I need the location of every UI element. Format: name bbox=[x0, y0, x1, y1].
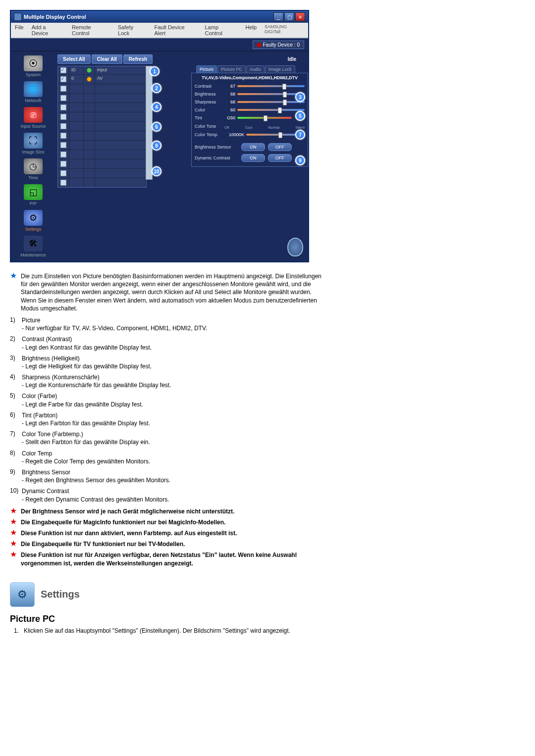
dynamic-contrast-on-button[interactable]: ON bbox=[241, 154, 265, 162]
sidebar-item-pip[interactable]: ◱PIP bbox=[11, 182, 55, 208]
table-row[interactable] bbox=[58, 112, 146, 121]
menu-add-device[interactable]: Add a Device bbox=[28, 23, 68, 38]
settings-heading: Settings bbox=[41, 589, 80, 600]
checkbox-icon[interactable] bbox=[60, 95, 66, 101]
table-row[interactable] bbox=[58, 93, 146, 102]
clear-all-button[interactable]: Clear All bbox=[92, 54, 122, 64]
table-row[interactable] bbox=[58, 121, 146, 131]
callout-3: 3 bbox=[295, 92, 305, 102]
doc-section: ★Die zum Einstellen von Picture benötigt… bbox=[10, 272, 327, 634]
colortemp-row: Color Temp10000K bbox=[195, 131, 305, 139]
table-row[interactable] bbox=[58, 150, 146, 159]
callout-1: 1 bbox=[150, 66, 160, 76]
checkbox-icon[interactable] bbox=[60, 104, 66, 110]
note-2: Die Eingabequelle für MagicInfo funktion… bbox=[21, 518, 327, 526]
sidebar-item-image-size[interactable]: ⛶Image Size bbox=[11, 131, 55, 156]
minimize-button[interactable]: _ bbox=[273, 12, 283, 21]
table-row[interactable] bbox=[58, 140, 146, 150]
tint-slider[interactable] bbox=[237, 117, 292, 119]
header-status bbox=[84, 66, 95, 74]
callout-5: 5 bbox=[295, 111, 305, 121]
checkbox-icon[interactable] bbox=[60, 123, 66, 129]
tab-image-lock[interactable]: Image Lock bbox=[265, 65, 295, 73]
table-row[interactable] bbox=[58, 168, 146, 178]
menubar: File Add a Device Remote Control Safety … bbox=[11, 23, 308, 38]
time-icon: ◷ bbox=[24, 158, 43, 174]
picture-pc-step-1: Klicken Sie auf das Hauptsymbol "Setting… bbox=[24, 627, 290, 634]
header-input: Input bbox=[95, 66, 146, 74]
contrast-row: Contrast67 bbox=[195, 82, 305, 90]
checkbox-icon[interactable] bbox=[60, 86, 66, 92]
dynamic-contrast-off-button[interactable]: OFF bbox=[268, 154, 292, 162]
refresh-button[interactable]: Refresh bbox=[123, 54, 153, 64]
note-3: Diese Funktion ist nur dann aktiviert, w… bbox=[21, 529, 327, 537]
checkbox-icon[interactable] bbox=[60, 142, 66, 148]
input-source-icon: ⎚ bbox=[24, 107, 43, 123]
brightness-sensor-on-button[interactable]: ON bbox=[241, 143, 265, 151]
header-check[interactable] bbox=[58, 66, 69, 74]
close-button[interactable]: ✕ bbox=[295, 12, 305, 21]
contrast-slider[interactable] bbox=[237, 85, 305, 87]
color-slider[interactable] bbox=[237, 109, 305, 111]
brand-label: SAMSUNG DIGITall bbox=[261, 23, 308, 38]
checkbox-icon[interactable] bbox=[60, 170, 66, 176]
note-1: Der Brightness Sensor wird je nach Gerät… bbox=[21, 507, 327, 515]
menu-lamp-control[interactable]: Lamp Control bbox=[201, 23, 242, 38]
callout-10: 10 bbox=[152, 166, 161, 176]
color-tone-track[interactable]: OffCoolNormalWarm bbox=[224, 123, 305, 129]
star-icon: ★ bbox=[10, 272, 17, 279]
callout-7: 7 bbox=[295, 130, 305, 140]
dynamic-contrast-row: Dynamic ContrastONOFF bbox=[195, 152, 305, 163]
checkbox-icon[interactable] bbox=[60, 133, 66, 139]
menu-safety-lock[interactable]: Safety Lock bbox=[114, 23, 150, 38]
faulty-device-box: Faulty Device : 0 bbox=[253, 41, 304, 49]
maximize-button[interactable]: ▢ bbox=[284, 12, 294, 21]
select-all-button[interactable]: Select All bbox=[57, 54, 91, 64]
checkbox-icon[interactable] bbox=[60, 151, 66, 157]
menu-help[interactable]: Help bbox=[241, 23, 261, 38]
tint-row: TintG50R50 bbox=[195, 114, 305, 122]
checkbox-icon[interactable] bbox=[60, 180, 66, 186]
maintenance-icon: 🛠 bbox=[24, 236, 43, 252]
brightness-sensor-off-button[interactable]: OFF bbox=[268, 143, 292, 151]
table-row[interactable]: 0 AV bbox=[58, 74, 146, 84]
sidebar-item-maintenance[interactable]: 🛠Maintenance bbox=[11, 234, 55, 259]
titlebar: Multiple Display Control _ ▢ ✕ bbox=[11, 11, 308, 23]
menu-remote-control[interactable]: Remote Control bbox=[68, 23, 114, 38]
callout-2: 2 bbox=[152, 83, 161, 93]
status-bar: Faulty Device : 0 bbox=[11, 38, 308, 51]
checkbox-icon[interactable] bbox=[60, 114, 66, 120]
table-scrollbar[interactable] bbox=[146, 66, 153, 180]
checkbox-icon[interactable] bbox=[60, 76, 66, 82]
checkbox-icon[interactable] bbox=[60, 161, 66, 167]
settings-section-icon: ⚙ bbox=[10, 582, 35, 607]
table-row[interactable] bbox=[58, 84, 146, 93]
tab-picture[interactable]: Picture bbox=[196, 65, 217, 73]
window-title: Multiple Display Control bbox=[24, 14, 273, 20]
sidebar: ⦿System 🌐Network ⎚Input Source ⛶Image Si… bbox=[11, 51, 55, 261]
sidebar-item-time[interactable]: ◷Time bbox=[11, 156, 55, 182]
sidebar-item-settings[interactable]: ⚙Settings bbox=[11, 208, 55, 234]
sharpness-slider[interactable] bbox=[237, 101, 305, 103]
table-row[interactable] bbox=[58, 178, 146, 187]
sharpness-row: Sharpness68 bbox=[195, 98, 305, 106]
sidebar-item-input-source[interactable]: ⎚Input Source bbox=[11, 105, 55, 131]
table-row[interactable] bbox=[58, 131, 146, 140]
menu-file[interactable]: File bbox=[11, 23, 28, 38]
note-4: Die Eingabequelle für TV funktioniert nu… bbox=[21, 540, 327, 548]
tab-picture-pc[interactable]: Picture PC bbox=[217, 65, 246, 73]
menu-fault-device-alert[interactable]: Fault Device Alert bbox=[150, 23, 201, 38]
star-icon: ★ bbox=[10, 540, 17, 547]
sidebar-item-network[interactable]: 🌐Network bbox=[11, 79, 55, 105]
network-icon: 🌐 bbox=[24, 81, 43, 97]
sidebar-item-system[interactable]: ⦿System bbox=[11, 53, 55, 79]
table-row[interactable] bbox=[58, 102, 146, 112]
brightness-sensor-row: Brightness SensorONOFF bbox=[195, 142, 305, 152]
cell-input: AV bbox=[95, 75, 146, 84]
tab-audio[interactable]: Audio bbox=[246, 65, 265, 73]
star-icon: ★ bbox=[10, 551, 17, 558]
faulty-indicator-icon bbox=[257, 43, 261, 47]
brightness-slider[interactable] bbox=[237, 93, 305, 95]
image-size-icon: ⛶ bbox=[24, 133, 43, 149]
table-row[interactable] bbox=[58, 159, 146, 168]
